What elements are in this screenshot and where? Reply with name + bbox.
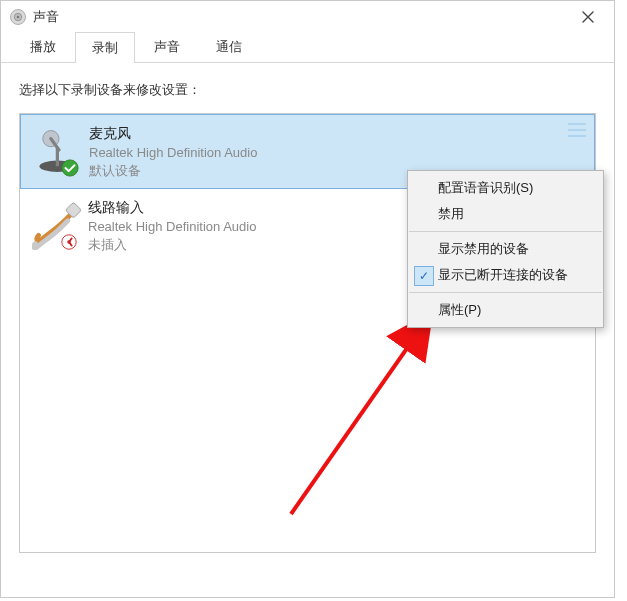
menu-show-disabled[interactable]: 显示禁用的设备 (408, 236, 603, 262)
menu-show-disconnected[interactable]: ✓ 显示已断开连接的设备 (408, 262, 603, 288)
device-text: 麦克风 Realtek High Definition Audio 默认设备 (89, 123, 257, 180)
device-icon (28, 197, 88, 251)
device-status: 默认设备 (89, 162, 257, 180)
device-text: 线路输入 Realtek High Definition Audio 未插入 (88, 197, 256, 254)
hamburger-icon (568, 123, 586, 137)
tab-recording[interactable]: 录制 (75, 32, 135, 63)
menu-separator (409, 292, 602, 293)
device-name: 麦克风 (89, 125, 257, 143)
svg-point-2 (17, 16, 19, 18)
close-button[interactable] (568, 3, 608, 31)
check-circle-icon (61, 159, 79, 177)
svg-point-6 (62, 160, 78, 176)
unplugged-icon (60, 233, 78, 251)
tab-sounds[interactable]: 声音 (137, 31, 197, 62)
device-icon (29, 123, 89, 177)
device-name: 线路输入 (88, 199, 256, 217)
tab-playback[interactable]: 播放 (13, 31, 73, 62)
check-icon: ✓ (414, 266, 434, 286)
menu-disable[interactable]: 禁用 (408, 201, 603, 227)
speaker-icon (9, 8, 27, 26)
tab-communications[interactable]: 通信 (199, 31, 259, 62)
menu-properties[interactable]: 属性(P) (408, 297, 603, 323)
context-menu: 配置语音识别(S) 禁用 显示禁用的设备 ✓ 显示已断开连接的设备 属性(P) (407, 170, 604, 328)
menu-configure-speech[interactable]: 配置语音识别(S) (408, 175, 603, 201)
menu-show-disconnected-label: 显示已断开连接的设备 (438, 266, 568, 284)
svg-point-9 (67, 240, 71, 244)
window-title: 声音 (33, 8, 568, 26)
tab-row: 播放 录制 声音 通信 (1, 33, 614, 63)
titlebar: 声音 (1, 1, 614, 33)
device-provider: Realtek High Definition Audio (89, 145, 257, 160)
device-status: 未插入 (88, 236, 256, 254)
instructions-label: 选择以下录制设备来修改设置： (19, 81, 596, 99)
device-provider: Realtek High Definition Audio (88, 219, 256, 234)
menu-separator (409, 231, 602, 232)
